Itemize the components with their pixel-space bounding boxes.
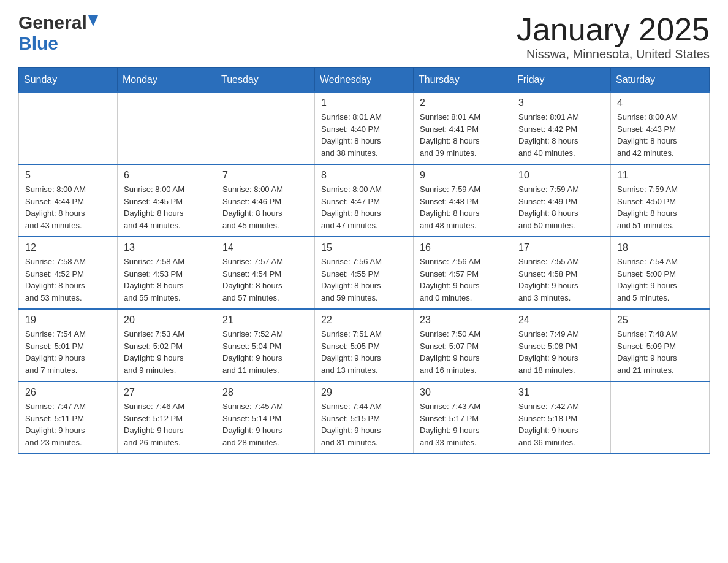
calendar-cell: 16Sunrise: 7:56 AM Sunset: 4:57 PM Dayli… [414, 237, 512, 309]
day-info: Sunrise: 7:46 AM Sunset: 5:12 PM Dayligh… [124, 400, 210, 448]
day-info: Sunrise: 7:54 AM Sunset: 5:00 PM Dayligh… [617, 256, 703, 304]
day-info: Sunrise: 8:01 AM Sunset: 4:41 PM Dayligh… [420, 111, 506, 159]
weekday-header-tuesday: Tuesday [216, 68, 315, 93]
calendar-cell [118, 92, 216, 164]
day-info: Sunrise: 7:50 AM Sunset: 5:07 PM Dayligh… [420, 328, 506, 376]
calendar-cell: 1Sunrise: 8:01 AM Sunset: 4:40 PM Daylig… [315, 92, 414, 164]
weekday-header-thursday: Thursday [414, 68, 512, 93]
calendar-cell: 27Sunrise: 7:46 AM Sunset: 5:12 PM Dayli… [118, 381, 216, 454]
day-info: Sunrise: 7:51 AM Sunset: 5:05 PM Dayligh… [321, 328, 407, 376]
day-info: Sunrise: 7:48 AM Sunset: 5:09 PM Dayligh… [617, 328, 703, 376]
day-number: 25 [617, 315, 703, 326]
day-info: Sunrise: 7:58 AM Sunset: 4:53 PM Dayligh… [124, 256, 210, 304]
day-info: Sunrise: 8:00 AM Sunset: 4:46 PM Dayligh… [222, 183, 308, 231]
calendar-cell: 31Sunrise: 7:42 AM Sunset: 5:18 PM Dayli… [512, 381, 611, 454]
calendar-cell: 8Sunrise: 8:00 AM Sunset: 4:47 PM Daylig… [315, 164, 414, 237]
day-number: 21 [222, 315, 308, 326]
calendar-week-row: 26Sunrise: 7:47 AM Sunset: 5:11 PM Dayli… [19, 381, 710, 454]
day-info: Sunrise: 7:58 AM Sunset: 4:52 PM Dayligh… [25, 256, 111, 304]
day-info: Sunrise: 7:59 AM Sunset: 4:49 PM Dayligh… [518, 183, 604, 231]
day-number: 2 [420, 98, 506, 109]
day-number: 18 [617, 242, 703, 253]
day-info: Sunrise: 7:56 AM Sunset: 4:57 PM Dayligh… [420, 256, 506, 304]
day-number: 19 [25, 315, 111, 326]
day-number: 23 [420, 315, 506, 326]
calendar-cell: 2Sunrise: 8:01 AM Sunset: 4:41 PM Daylig… [414, 92, 512, 164]
logo-blue-text: Blue [18, 33, 58, 54]
weekday-header-monday: Monday [118, 68, 216, 93]
day-number: 24 [518, 315, 604, 326]
day-number: 14 [222, 242, 308, 253]
day-info: Sunrise: 8:01 AM Sunset: 4:42 PM Dayligh… [518, 111, 604, 159]
calendar-cell: 17Sunrise: 7:55 AM Sunset: 4:58 PM Dayli… [512, 237, 611, 309]
weekday-header-friday: Friday [512, 68, 611, 93]
day-number: 29 [321, 387, 407, 398]
day-info: Sunrise: 8:00 AM Sunset: 4:43 PM Dayligh… [617, 111, 703, 159]
day-info: Sunrise: 7:49 AM Sunset: 5:08 PM Dayligh… [518, 328, 604, 376]
calendar-cell: 24Sunrise: 7:49 AM Sunset: 5:08 PM Dayli… [512, 309, 611, 381]
day-info: Sunrise: 7:42 AM Sunset: 5:18 PM Dayligh… [518, 400, 604, 448]
calendar-week-row: 1Sunrise: 8:01 AM Sunset: 4:40 PM Daylig… [19, 92, 710, 164]
day-number: 9 [420, 170, 506, 181]
day-info: Sunrise: 7:52 AM Sunset: 5:04 PM Dayligh… [222, 328, 308, 376]
day-info: Sunrise: 7:45 AM Sunset: 5:14 PM Dayligh… [222, 400, 308, 448]
calendar-cell: 10Sunrise: 7:59 AM Sunset: 4:49 PM Dayli… [512, 164, 611, 237]
day-info: Sunrise: 7:54 AM Sunset: 5:01 PM Dayligh… [25, 328, 111, 376]
calendar-cell: 4Sunrise: 8:00 AM Sunset: 4:43 PM Daylig… [611, 92, 710, 164]
calendar-cell: 14Sunrise: 7:57 AM Sunset: 4:54 PM Dayli… [216, 237, 315, 309]
day-info: Sunrise: 7:56 AM Sunset: 4:55 PM Dayligh… [321, 256, 407, 304]
day-number: 3 [518, 98, 604, 109]
calendar-week-row: 5Sunrise: 8:00 AM Sunset: 4:44 PM Daylig… [19, 164, 710, 237]
day-number: 5 [25, 170, 111, 181]
day-info: Sunrise: 7:43 AM Sunset: 5:17 PM Dayligh… [420, 400, 506, 448]
day-number: 7 [222, 170, 308, 181]
logo-general-text: General [18, 12, 87, 33]
day-number: 10 [518, 170, 604, 181]
day-number: 13 [124, 242, 210, 253]
calendar-cell: 28Sunrise: 7:45 AM Sunset: 5:14 PM Dayli… [216, 381, 315, 454]
calendar-week-row: 19Sunrise: 7:54 AM Sunset: 5:01 PM Dayli… [19, 309, 710, 381]
calendar-cell: 7Sunrise: 8:00 AM Sunset: 4:46 PM Daylig… [216, 164, 315, 237]
logo-arrow-icon [88, 15, 98, 30]
calendar-cell: 9Sunrise: 7:59 AM Sunset: 4:48 PM Daylig… [414, 164, 512, 237]
day-number: 26 [25, 387, 111, 398]
day-number: 22 [321, 315, 407, 326]
day-info: Sunrise: 7:59 AM Sunset: 4:48 PM Dayligh… [420, 183, 506, 231]
calendar-cell [19, 92, 118, 164]
day-number: 31 [518, 387, 604, 398]
day-info: Sunrise: 7:47 AM Sunset: 5:11 PM Dayligh… [25, 400, 111, 448]
day-info: Sunrise: 7:57 AM Sunset: 4:54 PM Dayligh… [222, 256, 308, 304]
weekday-header-saturday: Saturday [611, 68, 710, 93]
calendar-table: SundayMondayTuesdayWednesdayThursdayFrid… [18, 67, 710, 454]
day-number: 4 [617, 98, 703, 109]
calendar-cell [216, 92, 315, 164]
day-number: 6 [124, 170, 210, 181]
day-info: Sunrise: 7:44 AM Sunset: 5:15 PM Dayligh… [321, 400, 407, 448]
day-number: 1 [321, 98, 407, 109]
day-info: Sunrise: 7:55 AM Sunset: 4:58 PM Dayligh… [518, 256, 604, 304]
calendar-cell: 29Sunrise: 7:44 AM Sunset: 5:15 PM Dayli… [315, 381, 414, 454]
day-number: 15 [321, 242, 407, 253]
day-number: 12 [25, 242, 111, 253]
calendar-cell: 18Sunrise: 7:54 AM Sunset: 5:00 PM Dayli… [611, 237, 710, 309]
calendar-cell: 19Sunrise: 7:54 AM Sunset: 5:01 PM Dayli… [19, 309, 118, 381]
day-info: Sunrise: 8:01 AM Sunset: 4:40 PM Dayligh… [321, 111, 407, 159]
calendar-cell: 22Sunrise: 7:51 AM Sunset: 5:05 PM Dayli… [315, 309, 414, 381]
title-area: January 2025 Nisswa, Minnesota, United S… [517, 12, 710, 61]
calendar-cell: 11Sunrise: 7:59 AM Sunset: 4:50 PM Dayli… [611, 164, 710, 237]
weekday-header-wednesday: Wednesday [315, 68, 414, 93]
logo: General Blue [18, 12, 98, 54]
calendar-cell: 15Sunrise: 7:56 AM Sunset: 4:55 PM Dayli… [315, 237, 414, 309]
calendar-cell [611, 381, 710, 454]
page-header: General Blue January 2025 Nisswa, Minnes… [18, 12, 710, 61]
day-info: Sunrise: 8:00 AM Sunset: 4:44 PM Dayligh… [25, 183, 111, 231]
calendar-cell: 13Sunrise: 7:58 AM Sunset: 4:53 PM Dayli… [118, 237, 216, 309]
day-number: 16 [420, 242, 506, 253]
calendar-cell: 3Sunrise: 8:01 AM Sunset: 4:42 PM Daylig… [512, 92, 611, 164]
day-number: 8 [321, 170, 407, 181]
calendar-cell: 20Sunrise: 7:53 AM Sunset: 5:02 PM Dayli… [118, 309, 216, 381]
calendar-cell: 6Sunrise: 8:00 AM Sunset: 4:45 PM Daylig… [118, 164, 216, 237]
day-number: 17 [518, 242, 604, 253]
weekday-header-sunday: Sunday [19, 68, 118, 93]
day-number: 11 [617, 170, 703, 181]
